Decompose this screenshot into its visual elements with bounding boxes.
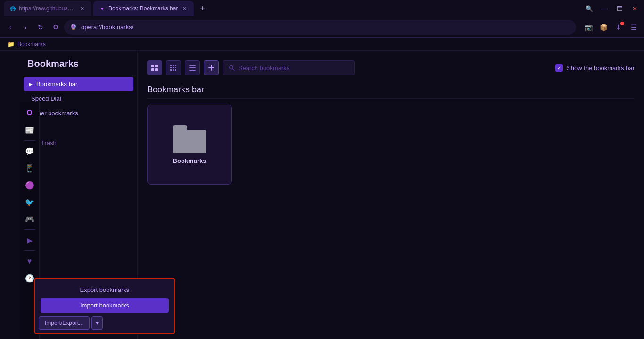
minimize-button[interactable]: — xyxy=(599,3,610,14)
breadcrumb-folder-icon: 📁 xyxy=(8,41,15,48)
toolbar: ✓ Show the bookmarks bar xyxy=(147,60,635,75)
view-small-grid-button[interactable] xyxy=(166,60,181,75)
svg-rect-14 xyxy=(189,67,196,68)
sidebar-item-speed-dial-label: Speed Dial xyxy=(31,95,61,102)
bookmarks-tab-close[interactable]: ✕ xyxy=(181,5,188,12)
sidebar-icon-opera[interactable]: O xyxy=(22,105,37,121)
bookmarks-page-title: Bookmarks xyxy=(20,58,137,77)
tab-github[interactable]: 🌐 https://raw.githubusercont... ✕ xyxy=(4,1,91,16)
breadcrumb-label[interactable]: Bookmarks xyxy=(17,41,46,48)
sidebar-divider-3 xyxy=(24,250,35,251)
svg-line-19 xyxy=(232,69,234,71)
show-bookmarks-bar-label: Show the bookmarks bar xyxy=(567,65,635,72)
back-button[interactable]: ‹ xyxy=(4,21,17,34)
bookmarks-bar-arrow: ▶ xyxy=(29,82,33,87)
import-bookmarks-option[interactable]: Import bookmarks xyxy=(41,298,169,313)
github-tab-label: https://raw.githubusercont... xyxy=(19,5,75,12)
sidebar-icon-discord[interactable]: 🎮 xyxy=(22,211,37,226)
trash-item[interactable]: 🗑 Trash xyxy=(27,136,130,150)
sidebar-icon-whatsapp[interactable]: 📱 xyxy=(22,161,37,176)
search-button[interactable]: 🔍 xyxy=(584,3,595,14)
content-area: ✓ Show the bookmarks bar Bookmarks bar B… xyxy=(138,51,644,339)
folder-icon xyxy=(173,125,206,153)
opera-icon[interactable]: O xyxy=(49,21,62,34)
download-badge xyxy=(620,22,624,25)
show-bookmarks-bar-option[interactable]: ✓ Show the bookmarks bar xyxy=(555,64,635,72)
maximize-button[interactable]: 🗖 xyxy=(614,3,625,14)
import-export-dropdown-button[interactable]: ▾ xyxy=(91,316,103,330)
close-button[interactable]: ✕ xyxy=(629,3,640,14)
bookmark-card-bookmarks[interactable]: Bookmarks xyxy=(147,105,232,185)
svg-rect-6 xyxy=(175,65,176,66)
svg-rect-5 xyxy=(173,65,174,66)
sidebar-icon-twitter[interactable]: 🐦 xyxy=(22,194,37,210)
svg-rect-17 xyxy=(208,67,214,68)
view-list-button[interactable] xyxy=(185,60,200,75)
bookmark-card-label: Bookmarks xyxy=(173,157,206,164)
github-tab-favicon: 🌐 xyxy=(9,5,16,12)
import-export-panel: Export bookmarks Import bookmarks Import… xyxy=(34,278,175,334)
new-tab-button[interactable]: + xyxy=(196,2,209,15)
breadcrumb-bar: 📁 Bookmarks xyxy=(0,38,644,51)
show-bookmarks-bar-checkbox[interactable]: ✓ xyxy=(555,64,563,72)
svg-rect-10 xyxy=(170,69,172,71)
svg-rect-11 xyxy=(173,69,174,71)
import-export-button[interactable]: Import/Export... xyxy=(39,316,90,330)
dropdown-arrow-icon: ▾ xyxy=(96,320,99,326)
folder-tab xyxy=(173,125,187,130)
sidebar-icon-player[interactable]: ▶ xyxy=(22,233,37,248)
svg-rect-15 xyxy=(189,70,196,71)
sidebar-divider-2 xyxy=(24,229,35,230)
bookmarks-tab-favicon: ♥ xyxy=(99,5,106,12)
svg-rect-1 xyxy=(155,65,158,67)
trash-label: Trash xyxy=(41,139,57,146)
search-box[interactable] xyxy=(223,60,355,75)
address-text: opera://bookmarks/ xyxy=(81,24,133,31)
bookmarks-grid: Bookmarks xyxy=(147,105,635,185)
reload-button[interactable]: ↻ xyxy=(34,21,47,34)
search-input[interactable] xyxy=(239,65,348,72)
add-bookmark-button[interactable] xyxy=(204,60,219,75)
svg-rect-7 xyxy=(170,67,172,68)
menu-button[interactable]: ☰ xyxy=(627,21,640,34)
sidebar-icon-instagram[interactable]: 🟣 xyxy=(22,178,37,193)
address-favicon: 🔮 xyxy=(70,24,77,31)
camera-button[interactable]: 📷 xyxy=(582,21,595,34)
folder-body xyxy=(173,130,206,153)
title-bar: 🌐 https://raw.githubusercont... ✕ ♥ Book… xyxy=(0,0,644,17)
svg-rect-0 xyxy=(151,65,154,67)
sidebar-icon-news[interactable]: 📰 xyxy=(22,122,37,137)
nav-right-actions: 📷 📦 ⬇ ☰ xyxy=(582,21,640,34)
section-title: Bookmarks bar xyxy=(147,85,635,99)
sidebar-icon-favorites[interactable]: ♥ xyxy=(22,254,37,269)
nav-bar: ‹ › ↻ O 🔮 opera://bookmarks/ 📷 📦 ⬇ ☰ xyxy=(0,17,644,38)
github-tab-close[interactable]: ✕ xyxy=(78,5,86,12)
address-bar[interactable]: 🔮 opera://bookmarks/ xyxy=(64,20,576,35)
window-controls: 🔍 — 🗖 ✕ xyxy=(584,3,640,14)
wallet-button[interactable]: 📦 xyxy=(597,21,610,34)
sidebar-icon-messenger[interactable]: 💬 xyxy=(22,144,37,159)
forward-button[interactable]: › xyxy=(19,21,32,34)
view-large-grid-button[interactable] xyxy=(147,60,162,75)
svg-rect-3 xyxy=(155,68,158,71)
export-bookmarks-option[interactable]: Export bookmarks xyxy=(39,282,171,297)
svg-rect-9 xyxy=(175,67,176,68)
sidebar-divider-1 xyxy=(24,140,35,141)
sidebar-item-bookmarks-bar[interactable]: ▶ Bookmarks bar xyxy=(24,77,133,91)
download-button[interactable]: ⬇ xyxy=(612,21,625,34)
bookmarks-tab-label: Bookmarks: Bookmarks bar xyxy=(108,5,178,12)
svg-rect-8 xyxy=(173,67,174,68)
import-export-row: Import/Export... ▾ xyxy=(39,316,171,330)
svg-rect-4 xyxy=(170,65,172,66)
checkbox-check: ✓ xyxy=(557,65,561,71)
svg-rect-2 xyxy=(151,68,154,71)
sidebar-item-bookmarks-bar-label: Bookmarks bar xyxy=(36,81,77,88)
tab-bookmarks[interactable]: ♥ Bookmarks: Bookmarks bar ✕ xyxy=(93,1,194,16)
svg-rect-13 xyxy=(189,65,196,66)
svg-rect-12 xyxy=(175,69,176,71)
